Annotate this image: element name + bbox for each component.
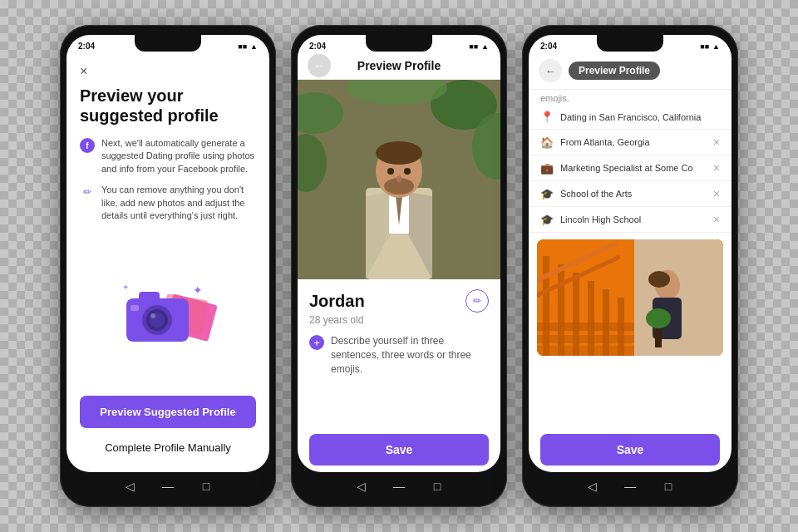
bio-placeholder-text[interactable]: Describe yourself in three sentences, th… xyxy=(331,334,489,376)
svg-text:✦: ✦ xyxy=(193,283,203,297)
facebook-icon: f xyxy=(80,138,95,153)
status-time-3: 2:04 xyxy=(540,42,557,51)
svg-point-47 xyxy=(646,308,671,328)
status-time-1: 2:04 xyxy=(78,42,95,51)
camera-svg: ✦ ✦ xyxy=(114,273,222,352)
profile-photo-svg xyxy=(298,80,500,279)
phone2-photo xyxy=(298,80,500,279)
svg-point-28 xyxy=(404,168,411,175)
detail-text-location: Dating in San Francisco, California xyxy=(560,112,720,122)
detail-text-highschool: Lincoln High School xyxy=(560,214,707,224)
svg-point-7 xyxy=(150,313,155,318)
remove-college-button[interactable]: × xyxy=(713,187,720,200)
square-nav-icon-1[interactable]: □ xyxy=(199,479,214,494)
phone1-title: Preview your suggested profile xyxy=(80,86,256,126)
wifi-icon-3: ▲ xyxy=(712,42,720,51)
detail-text-college: School of the Arts xyxy=(560,189,707,199)
phone3-scroll-area: emojis. 📍 Dating in San Francisco, Calif… xyxy=(529,90,732,427)
back-arrow-2[interactable]: ← xyxy=(308,54,331,77)
square-nav-icon-2[interactable]: □ xyxy=(430,479,445,494)
phone3-second-photo xyxy=(537,239,723,356)
status-icons-2: ■■ ▲ xyxy=(469,42,489,51)
preview-suggested-profile-button[interactable]: Preview Suggested Profile xyxy=(80,396,256,428)
svg-point-25 xyxy=(376,141,422,165)
detail-row-highschool: 🎓 Lincoln High School × xyxy=(529,207,732,233)
camera-illustration: ✦ ✦ xyxy=(80,230,256,396)
phone-notch-3 xyxy=(597,35,663,52)
profile-name-row: Jordan ✏ xyxy=(309,289,489,313)
phone3-header: ← Preview Profile xyxy=(529,54,732,90)
wifi-icon-2: ▲ xyxy=(481,42,489,51)
detail-text-job: Marketing Specialist at Some Co xyxy=(560,163,707,173)
home-nav-icon-2[interactable]: — xyxy=(392,479,406,494)
emojis-label: emojis. xyxy=(529,90,732,105)
svg-point-29 xyxy=(397,175,401,182)
phone3-bottom-bar: ◁ — □ xyxy=(529,472,732,497)
plus-icon[interactable]: + xyxy=(309,335,324,350)
phone-1: 2:04 ■■ ▲ × Preview your suggested profi… xyxy=(60,25,276,507)
wifi-icon-1: ▲ xyxy=(250,42,258,51)
phone-3: 2:04 ■■ ▲ ← Preview Profile emojis. 📍 Da… xyxy=(522,25,738,507)
phone-notch-2 xyxy=(366,35,432,52)
detail-text-from: From Atlanta, Georgia xyxy=(560,137,707,147)
remove-highschool-button[interactable]: × xyxy=(713,213,720,226)
staircase-svg xyxy=(537,239,723,356)
remove-from-button[interactable]: × xyxy=(713,135,720,149)
svg-rect-8 xyxy=(131,305,139,311)
profile-age: 28 years old xyxy=(309,314,489,326)
phone2-bottom-bar: ◁ — □ xyxy=(298,472,500,497)
battery-icon-1: ■■ xyxy=(238,42,247,51)
home-nav-icon-3[interactable]: — xyxy=(623,479,638,494)
back-nav-icon-2[interactable]: ◁ xyxy=(353,479,368,494)
phone3-save-area: Save xyxy=(529,427,732,472)
svg-point-45 xyxy=(648,271,670,288)
svg-text:✦: ✦ xyxy=(122,283,129,292)
phone2-info: Jordan ✏ 28 years old + Describe yoursel… xyxy=(298,279,500,472)
save-button-3[interactable]: Save xyxy=(540,434,720,466)
phone-1-screen: 2:04 ■■ ▲ × Preview your suggested profi… xyxy=(66,35,269,472)
back-nav-icon-3[interactable]: ◁ xyxy=(584,479,599,494)
phone2-header: ← Preview Profile xyxy=(298,54,500,80)
phone-2: 2:04 ■■ ▲ ← Preview Profile xyxy=(291,25,507,507)
complete-profile-manually-button[interactable]: Complete Profile Manually xyxy=(80,433,256,462)
status-icons-1: ■■ ▲ xyxy=(238,42,258,51)
briefcase-icon: 💼 xyxy=(540,162,554,175)
preview-profile-badge: Preview Profile xyxy=(569,62,660,80)
graduation-icon-2: 🎓 xyxy=(540,214,554,226)
status-icons-3: ■■ ▲ xyxy=(700,42,720,51)
svg-rect-3 xyxy=(139,292,160,302)
phone-3-screen: 2:04 ■■ ▲ ← Preview Profile emojis. 📍 Da… xyxy=(529,35,732,472)
detail-row-job: 💼 Marketing Specialist at Some Co × xyxy=(529,155,732,181)
status-time-2: 2:04 xyxy=(309,42,326,51)
svg-rect-35 xyxy=(588,281,594,356)
detail-row-from: 🏠 From Atlanta, Georgia × xyxy=(529,130,732,155)
graduation-icon-1: 🎓 xyxy=(540,188,554,200)
battery-icon-2: ■■ xyxy=(469,42,478,51)
profile-name: Jordan xyxy=(309,292,365,311)
pencil-icon: ✏ xyxy=(80,185,95,200)
svg-rect-42 xyxy=(537,346,634,356)
save-button-2[interactable]: Save xyxy=(309,434,489,466)
location-icon: 📍 xyxy=(540,111,554,123)
home-nav-icon-1[interactable]: — xyxy=(160,479,175,494)
phone-2-screen: 2:04 ■■ ▲ ← Preview Profile xyxy=(298,35,500,472)
square-nav-icon-3[interactable]: □ xyxy=(661,479,676,494)
home-icon: 🏠 xyxy=(540,136,554,149)
remove-job-button[interactable]: × xyxy=(713,161,720,175)
svg-rect-41 xyxy=(537,335,634,343)
close-button[interactable]: × xyxy=(80,64,256,79)
back-nav-icon-1[interactable]: ◁ xyxy=(122,479,137,494)
detail-row-college: 🎓 School of the Arts × xyxy=(529,181,732,207)
edit-icon[interactable]: ✏ xyxy=(466,289,489,313)
svg-rect-40 xyxy=(537,323,634,331)
battery-icon-3: ■■ xyxy=(700,42,709,51)
detail-row-location: 📍 Dating in San Francisco, California xyxy=(529,105,732,130)
info-row-1: f Next, we'll automatically generate a s… xyxy=(80,137,256,175)
info-text-1: Next, we'll automatically generate a sug… xyxy=(101,137,256,175)
bio-row: + Describe yourself in three sentences, … xyxy=(309,334,489,427)
svg-point-27 xyxy=(387,168,394,175)
phone-notch-1 xyxy=(135,35,201,52)
phone2-header-title: Preview Profile xyxy=(357,59,441,72)
info-text-2: You can remove anything you don't like, … xyxy=(101,184,256,222)
back-button-3[interactable]: ← xyxy=(539,59,562,82)
